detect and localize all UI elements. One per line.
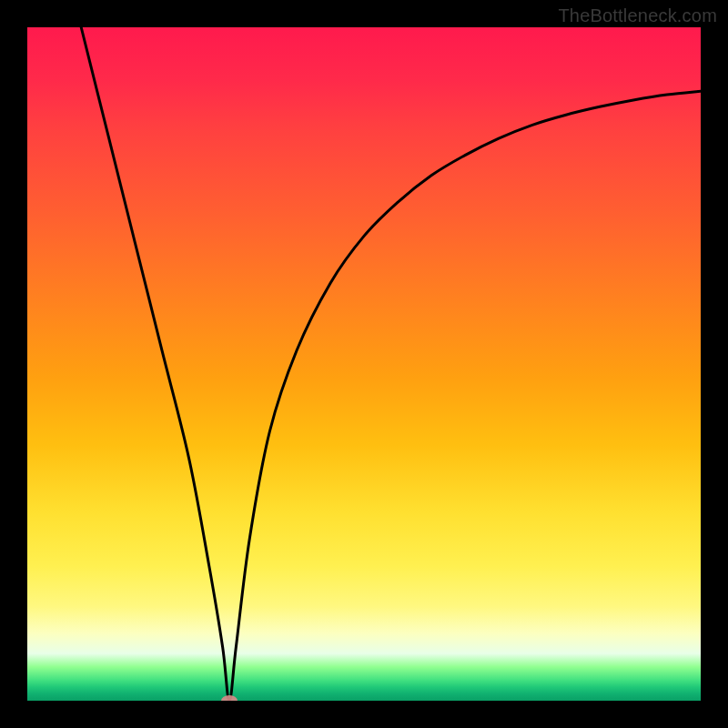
minimum-marker [221,695,238,701]
curve-svg [27,27,701,701]
plot-area [27,27,701,701]
bottleneck-curve [81,27,701,701]
attribution-text: TheBottleneck.com [558,5,717,26]
chart-frame: TheBottleneck.com [0,0,728,728]
